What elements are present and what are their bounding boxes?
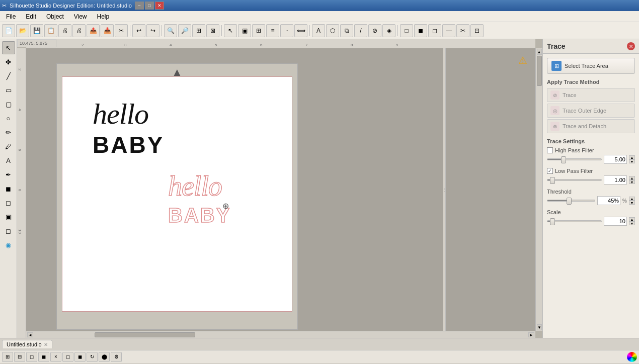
zoom-out-button[interactable]: 🔍 <box>164 24 177 37</box>
high-pass-spin-up[interactable]: ▲ <box>629 155 635 159</box>
scroll-tool[interactable]: ◻ <box>2 224 15 237</box>
horizontal-scrollbar[interactable]: ◄ ► <box>26 331 535 338</box>
ungroup-bottom-btn[interactable]: ⊟ <box>14 352 25 362</box>
threshold-slider-thumb[interactable] <box>567 198 572 205</box>
panel-splitter[interactable]: ⋮ <box>443 48 446 331</box>
document-tab[interactable]: Untitled.studio ✕ <box>2 340 52 348</box>
maximize-button[interactable]: □ <box>145 2 154 10</box>
fill-button[interactable]: ◈ <box>382 24 395 37</box>
fit-page-button[interactable]: ⊡ <box>470 24 484 37</box>
vertical-scrollbar[interactable]: ▲ ▼ <box>535 48 542 331</box>
align-button[interactable]: ≡ <box>266 24 279 37</box>
save-button[interactable]: 💾 <box>30 24 43 37</box>
cut-settings-button[interactable]: ✂ <box>456 24 469 37</box>
scale-slider-track[interactable] <box>547 220 602 222</box>
flip-v-btn[interactable]: ◼ <box>74 352 86 362</box>
group-bottom-btn[interactable]: ⊞ <box>2 352 13 362</box>
scroll-down-button[interactable]: ▼ <box>537 324 542 330</box>
replicate-button[interactable]: ⧉ <box>340 24 353 37</box>
weld-button[interactable]: ⬡ <box>326 24 339 37</box>
high-pass-slider-thumb[interactable] <box>561 156 566 163</box>
select-trace-area-button[interactable]: ⊞ Select Trace Area <box>547 58 635 74</box>
eraser-button[interactable]: ⊘ <box>368 24 381 37</box>
grid-button[interactable]: ⊞ <box>252 24 265 37</box>
low-pass-checkbox[interactable] <box>547 168 553 174</box>
bezier-tool[interactable]: ✒ <box>2 168 15 181</box>
threshold-spin-down[interactable]: ▼ <box>629 201 635 205</box>
text-button[interactable]: A <box>312 24 325 37</box>
high-pass-spin-down[interactable]: ▼ <box>629 159 635 163</box>
line-tool[interactable]: ╱ <box>2 69 15 82</box>
high-pass-value-input[interactable] <box>604 155 627 164</box>
cut-button[interactable]: ✂ <box>115 24 128 37</box>
pencil-tool[interactable]: ✏ <box>2 126 15 139</box>
settings-btn[interactable]: ⚙ <box>111 352 122 362</box>
canvas-scroll[interactable]: ▲ hello BABY hello <box>26 48 535 331</box>
vertical-scroll-thumb[interactable] <box>537 56 542 86</box>
horizontal-scroll-thumb[interactable] <box>95 332 195 337</box>
save-as-button[interactable]: 📋 <box>44 24 57 37</box>
low-pass-slider-track[interactable] <box>547 179 602 181</box>
low-pass-value-input[interactable] <box>604 175 627 185</box>
low-pass-spin-up[interactable]: ▲ <box>629 176 635 180</box>
select-tool[interactable]: ↖ <box>2 41 15 54</box>
camera-tool[interactable]: ◉ <box>2 238 15 251</box>
tab-close-button[interactable]: ✕ <box>44 342 48 347</box>
media-tool[interactable]: ◻ <box>2 196 15 209</box>
print-button[interactable]: 🖨 <box>58 24 71 37</box>
menu-file[interactable]: File <box>2 12 20 21</box>
ellipse-tool[interactable]: ○ <box>2 112 15 125</box>
line-style-button[interactable]: — <box>442 24 455 37</box>
print2-button[interactable]: 🖨 <box>72 24 86 37</box>
fill-tool[interactable]: ◼ <box>2 182 15 195</box>
group-button[interactable]: ▣ <box>238 24 251 37</box>
knife-button[interactable]: / <box>354 24 367 37</box>
select-button[interactable]: ↖ <box>224 24 237 37</box>
scroll-left-button[interactable]: ◄ <box>27 332 33 337</box>
new-button[interactable]: 📄 <box>2 24 15 37</box>
pen-tool[interactable]: 🖊 <box>2 140 15 153</box>
trace-method-trace[interactable]: ⊘ Trace <box>547 88 635 102</box>
scale-spin-up[interactable]: ▲ <box>629 217 635 221</box>
fill-color-button[interactable]: ◼ <box>414 24 427 37</box>
scroll-right-button[interactable]: ► <box>528 332 534 337</box>
fill-bottom-btn[interactable]: ◼ <box>38 352 49 362</box>
menu-object[interactable]: Object <box>42 12 68 21</box>
node-tool[interactable]: ✤ <box>2 55 15 68</box>
scale-spin-down[interactable]: ▼ <box>629 221 635 225</box>
threshold-slider-track[interactable] <box>547 200 595 202</box>
zoom-100-button[interactable]: ⊠ <box>206 24 219 37</box>
menu-help[interactable]: Help <box>93 12 114 21</box>
redo-button[interactable]: ↪ <box>146 24 159 37</box>
mark-btn[interactable]: ⬤ <box>99 352 110 362</box>
high-pass-checkbox[interactable] <box>547 147 553 153</box>
trace-method-detach[interactable]: ⊗ Trace and Detach <box>547 119 635 133</box>
flip-h-btn[interactable]: ◻ <box>62 352 73 362</box>
zoom-in-button[interactable]: 🔎 <box>178 24 191 37</box>
trace-method-outer-edge[interactable]: ◎ Trace Outer Edge <box>547 104 635 118</box>
export-button[interactable]: 📤 <box>87 24 100 37</box>
import-button[interactable]: 📥 <box>101 24 114 37</box>
open-button[interactable]: 📂 <box>16 24 29 37</box>
threshold-value-input[interactable] <box>597 196 620 205</box>
low-pass-spin-down[interactable]: ▼ <box>629 180 635 184</box>
scale-slider-thumb[interactable] <box>550 218 555 225</box>
threshold-spin-up[interactable]: ▲ <box>629 197 635 201</box>
low-pass-slider-thumb[interactable] <box>550 177 555 184</box>
menu-view[interactable]: View <box>70 12 91 21</box>
zoom-fit-button[interactable]: ⊞ <box>192 24 205 37</box>
delete-bottom-btn[interactable]: × <box>50 352 61 362</box>
rect-tool[interactable]: ▭ <box>2 83 15 97</box>
undo-button[interactable]: ↩ <box>132 24 145 37</box>
scroll-up-button[interactable]: ▲ <box>537 49 542 55</box>
scale-value-input[interactable] <box>604 217 627 226</box>
text-tool[interactable]: A <box>2 154 15 167</box>
menu-edit[interactable]: Edit <box>22 12 40 21</box>
rotate-btn[interactable]: ↻ <box>87 352 98 362</box>
trace-close-button[interactable]: ✕ <box>627 42 635 50</box>
align-bottom-btn[interactable]: ◻ <box>26 352 37 362</box>
mirror-button[interactable]: ⟺ <box>294 24 307 37</box>
distribute-button[interactable]: ⬝ <box>280 24 293 37</box>
line-color-button[interactable]: ◻ <box>428 24 441 37</box>
close-button[interactable]: ✕ <box>155 2 164 10</box>
